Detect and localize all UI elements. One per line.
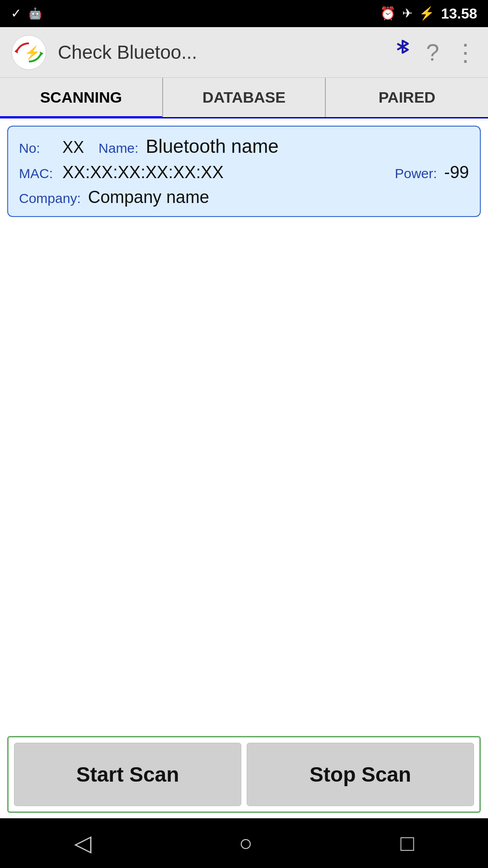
stop-scan-button[interactable]: Stop Scan: [247, 743, 474, 806]
app-logo: ⚡: [11, 34, 47, 71]
recent-button[interactable]: □: [400, 830, 414, 856]
company-value: Company name: [88, 188, 209, 207]
tab-paired[interactable]: PAIRED: [326, 78, 488, 117]
tab-scanning[interactable]: SCANNING: [0, 78, 163, 117]
mac-label: MAC:: [19, 166, 55, 181]
name-label: Name:: [99, 141, 138, 156]
device-card[interactable]: No: XX Name: Bluetooth name MAC: XX:XX:X…: [7, 126, 481, 217]
power-label: Power:: [395, 166, 437, 181]
menu-icon[interactable]: ⋮: [454, 39, 477, 66]
status-bar-left: ✓ 🤖: [11, 7, 42, 20]
svg-text:⚡: ⚡: [24, 45, 40, 60]
back-button[interactable]: ◁: [74, 830, 91, 856]
company-label: Company:: [19, 191, 81, 206]
start-scan-button[interactable]: Start Scan: [14, 743, 241, 806]
no-value: XX: [62, 138, 84, 157]
device-row-company: Company: Company name: [19, 188, 469, 207]
tab-database[interactable]: DATABASE: [163, 78, 326, 117]
help-icon[interactable]: ?: [426, 39, 439, 66]
android-icon: 🤖: [28, 8, 42, 19]
nav-bar: ◁ ○ □: [0, 818, 488, 868]
bluetooth-name: Bluetooth name: [145, 136, 278, 157]
tab-bar: SCANNING DATABASE PAIRED: [0, 78, 488, 118]
main-content: No: XX Name: Bluetooth name MAC: XX:XX:X…: [0, 118, 488, 731]
button-container: Start Scan Stop Scan: [7, 736, 481, 813]
bluetooth-icon[interactable]: [394, 38, 412, 66]
status-bar-right: ⏰ ✈ ⚡ 13.58: [380, 5, 477, 22]
device-row-name: No: XX Name: Bluetooth name: [19, 136, 469, 157]
alarm-icon: ⏰: [380, 7, 396, 20]
airplane-icon: ✈: [402, 7, 413, 20]
app-title: Check Bluetoo...: [58, 42, 383, 63]
power-value: -99: [444, 163, 469, 182]
device-row-mac: MAC: XX:XX:XX:XX:XX:XX Power: -99: [19, 163, 469, 182]
checkmark-icon: ✓: [11, 7, 21, 20]
mac-value: XX:XX:XX:XX:XX:XX: [62, 163, 380, 182]
app-bar-icons: ? ⋮: [394, 38, 477, 66]
status-bar: ✓ 🤖 ⏰ ✈ ⚡ 13.58: [0, 0, 488, 27]
battery-icon: ⚡: [419, 7, 435, 20]
home-button[interactable]: ○: [239, 830, 253, 856]
status-time: 13.58: [441, 5, 477, 22]
app-bar: ⚡ Check Bluetoo... ? ⋮: [0, 27, 488, 78]
bottom-area: Start Scan Stop Scan: [0, 731, 488, 818]
no-label: No:: [19, 141, 55, 156]
